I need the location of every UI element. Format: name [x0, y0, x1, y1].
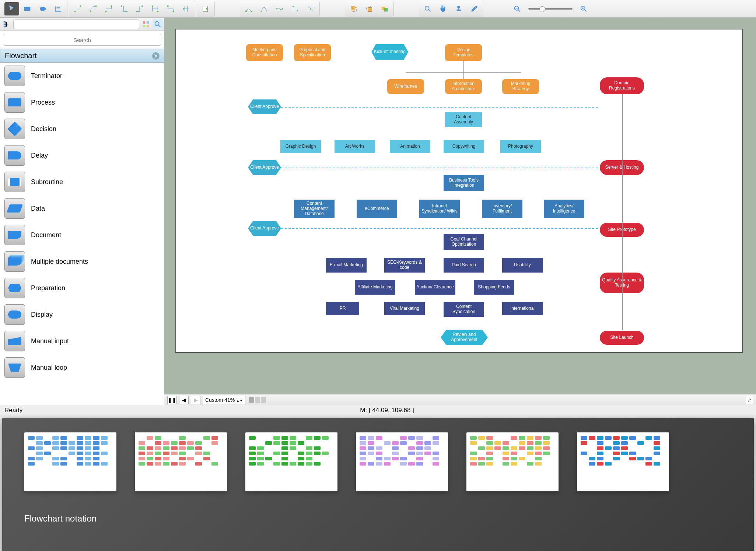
shape-item-multidoc[interactable]: Multiple documents [0, 248, 164, 275]
ellipse-tool[interactable] [35, 2, 50, 15]
gallery-thumb-3[interactable] [245, 432, 337, 491]
node-seo[interactable]: SEO-Keywords & code [384, 258, 425, 273]
node-graphic[interactable]: Graphic Design [280, 140, 321, 153]
node-analytics[interactable]: Analytics/ Intelligence [544, 200, 584, 218]
search-toggle-icon[interactable] [153, 19, 163, 29]
shape-item-data[interactable]: Data [0, 195, 164, 222]
node-intranet[interactable]: Intranet Syndication/ Wikis [419, 200, 460, 218]
prev-page-button[interactable]: ◀ [179, 396, 189, 404]
panel-filter-input[interactable] [13, 20, 139, 29]
text-tool[interactable] [51, 2, 66, 15]
node-kickoff[interactable]: Kick-off meeting [371, 44, 408, 60]
gallery-thumb-4[interactable] [356, 432, 448, 491]
zoom-tool[interactable] [420, 2, 435, 15]
shape-item-process[interactable]: Process [0, 89, 164, 116]
node-domain[interactable]: Domain Registrations [600, 77, 644, 94]
node-viral[interactable]: Viral Marketing [384, 302, 425, 315]
drawing-canvas[interactable]: Meeting and Consultation Proposal and Sp… [175, 29, 743, 353]
align-tool-1[interactable] [288, 2, 302, 15]
node-affiliate[interactable]: Affiliate Marketing [355, 280, 395, 295]
node-paid[interactable]: Paid Search [444, 258, 484, 273]
connector-tool-5[interactable] [132, 2, 147, 15]
zoom-in-button[interactable] [576, 2, 591, 15]
gallery-thumb-1[interactable] [24, 432, 116, 491]
node-ia[interactable]: Information Architecture [445, 79, 482, 94]
shape-item-document[interactable]: Document [0, 222, 164, 248]
connector-tool-2[interactable] [86, 2, 101, 15]
page-thumb[interactable] [255, 397, 260, 403]
curve-tool-3[interactable] [272, 2, 287, 15]
node-auction[interactable]: Auction/ Clearance [415, 280, 455, 295]
node-animation[interactable]: Animation [390, 140, 430, 153]
node-approve-2[interactable]: Client Approve [248, 160, 281, 175]
grid-view-icon[interactable] [141, 19, 151, 29]
shape-item-minput[interactable]: Manual input [0, 328, 164, 354]
layer-front-tool[interactable] [346, 2, 361, 15]
stamp-tool[interactable] [451, 2, 466, 15]
eyedropper-tool[interactable] [467, 2, 482, 15]
search-input[interactable] [3, 34, 161, 46]
close-icon[interactable]: ✕ [152, 52, 160, 60]
connector-tool-7[interactable] [163, 2, 178, 15]
layer-back-tool[interactable] [362, 2, 377, 15]
node-biztools[interactable]: Business Tools Integration [444, 175, 484, 191]
node-wireframes[interactable]: Wireframes [387, 79, 424, 94]
node-inventory[interactable]: Inventory/ Fulfilment [482, 200, 522, 218]
svg-point-25 [297, 10, 298, 11]
zoom-out-button[interactable] [510, 2, 525, 15]
node-design[interactable]: Design Templates [445, 44, 482, 61]
node-shopping[interactable]: Shopping Feeds [474, 280, 514, 295]
node-meeting[interactable]: Meeting and Consultation [246, 44, 283, 61]
connector-tool-8[interactable] [179, 2, 193, 15]
node-copy[interactable]: Copywriting [444, 140, 484, 153]
insert-page-tool[interactable] [198, 2, 213, 15]
shape-item-mloop[interactable]: Manual loop [0, 354, 164, 381]
node-syndication[interactable]: Content Syndication [444, 302, 484, 317]
align-tool-2[interactable] [303, 2, 318, 15]
node-photo[interactable]: Photography [500, 140, 541, 153]
zoom-slider[interactable] [528, 8, 573, 10]
node-usability[interactable]: Usability [502, 258, 543, 273]
node-marketing[interactable]: Marketing Strategy [502, 79, 539, 94]
shape-item-decision[interactable]: Decision [0, 116, 164, 142]
zoom-combo[interactable]: Custom 41% ▲▼ [203, 396, 245, 404]
node-email[interactable]: E-mail Marketing [326, 258, 367, 273]
pan-tool[interactable] [436, 2, 451, 15]
node-artworks[interactable]: Art Works [335, 140, 375, 153]
node-proposal[interactable]: Proposal and Specification [294, 44, 331, 61]
shape-item-delay[interactable]: Delay [0, 142, 164, 169]
connector-tool-3[interactable] [101, 2, 116, 15]
node-goal[interactable]: Goal Channel Optimization [444, 234, 484, 250]
gallery-thumb-5[interactable] [466, 432, 559, 491]
connector-tool-6[interactable] [148, 2, 162, 15]
section-header-flowchart[interactable]: Flowchart ✕ [0, 49, 164, 63]
node-approve-1[interactable]: Client Approve [248, 99, 281, 114]
node-ecom[interactable]: eCommerce [357, 200, 397, 218]
gallery-thumb-2[interactable] [135, 432, 227, 491]
page-thumb[interactable] [261, 397, 266, 403]
rectangle-tool[interactable] [20, 2, 35, 15]
pause-button[interactable]: ❚❚ [167, 396, 177, 404]
node-approve-3[interactable]: Client Approve [248, 221, 281, 236]
tree-view-icon[interactable] [1, 19, 12, 29]
connector-tool-4[interactable] [117, 2, 132, 15]
next-page-button[interactable]: ▶ [191, 396, 200, 404]
shape-item-display[interactable]: Display [0, 301, 164, 328]
page-thumb[interactable] [249, 397, 254, 403]
node-launch[interactable]: Site Launch [600, 331, 644, 345]
node-review[interactable]: Review and Approvement [441, 330, 488, 345]
pointer-tool[interactable] [4, 2, 19, 15]
expand-icon[interactable]: ⤢ [746, 396, 753, 404]
layer-group-tool[interactable] [377, 2, 392, 15]
node-content-assembly[interactable]: Content Assembly [445, 112, 482, 127]
gallery-thumb-6[interactable] [577, 432, 669, 491]
node-intl[interactable]: International [502, 302, 543, 315]
connector-tool-1[interactable] [70, 2, 85, 15]
shape-item-terminator[interactable]: Terminator [0, 63, 164, 89]
shape-item-prep[interactable]: Preparation [0, 275, 164, 301]
node-cms[interactable]: Content Management/ Database [294, 200, 335, 218]
curve-tool-2[interactable] [257, 2, 272, 15]
shape-item-subroutine[interactable]: Subroutine [0, 169, 164, 195]
curve-tool-1[interactable] [241, 2, 256, 15]
node-pr[interactable]: PR [326, 302, 359, 315]
